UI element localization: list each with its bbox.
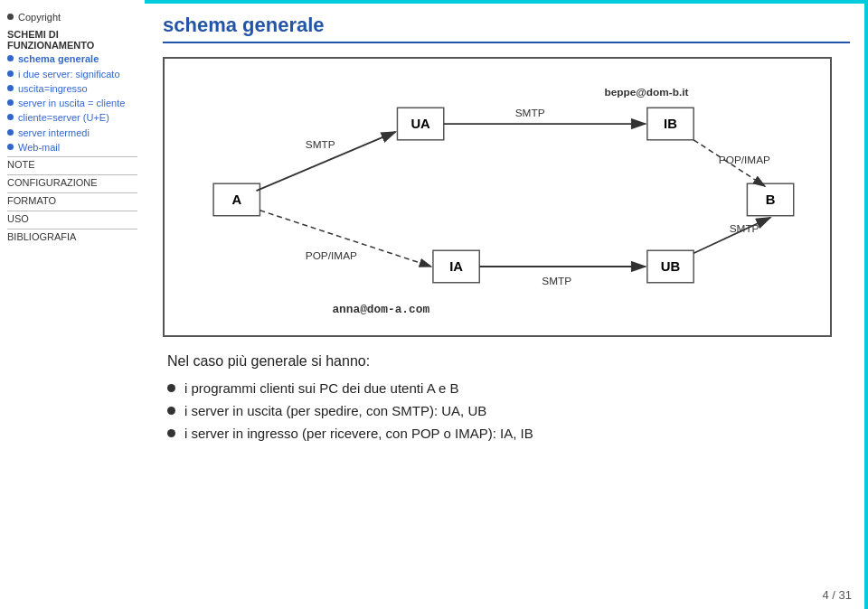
- nav-formato[interactable]: FORMATO: [7, 192, 137, 208]
- sidebar-label-server-intermedi: server intermedi: [18, 126, 90, 139]
- bullet-text-3: i server in ingresso (per ricevere, con …: [184, 426, 533, 441]
- nav-configurazione[interactable]: CONFIGURAZIONE: [7, 174, 137, 190]
- dot-icon: [7, 99, 14, 106]
- bullet-dot-2: [167, 407, 175, 415]
- dot-icon: [7, 55, 14, 61]
- sidebar-item-server-intermedi[interactable]: server intermedi: [7, 126, 137, 139]
- sidebar-item-cliente-server[interactable]: cliente=server (U+E): [7, 111, 137, 124]
- sidebar-label-cliente-server: cliente=server (U+E): [18, 111, 109, 124]
- sidebar: Copyright SCHEMI DIFUNZIONAMENTO schema …: [0, 0, 145, 609]
- svg-text:SMTP: SMTP: [730, 222, 760, 235]
- dot-icon: [7, 14, 14, 20]
- copyright-label: Copyright: [18, 11, 61, 23]
- svg-text:IA: IA: [449, 259, 463, 274]
- svg-text:A: A: [231, 192, 241, 207]
- svg-text:anna@dom-a.com: anna@dom-a.com: [332, 303, 429, 316]
- diagram-svg: UA IB A B IA UB: [165, 59, 830, 335]
- dot-icon: [7, 114, 14, 120]
- sidebar-label-schema-generale: schema generale: [18, 52, 99, 65]
- bullet-text-1: i programmi clienti sui PC dei due utent…: [184, 380, 459, 396]
- svg-text:IB: IB: [664, 117, 677, 131]
- dot-icon: [7, 144, 14, 150]
- svg-text:POP/IMAP: POP/IMAP: [719, 154, 770, 166]
- list-item-3: i server in ingresso (per ricevere, con …: [167, 426, 850, 441]
- sidebar-item-due-server[interactable]: i due server: significato: [7, 68, 137, 80]
- nav-note[interactable]: NOTE: [7, 156, 137, 172]
- sidebar-section-schemi: SCHEMI DIFUNZIONAMENTO: [7, 29, 137, 51]
- bullet-dot-3: [167, 429, 175, 437]
- sidebar-item-webmail[interactable]: Web-mail: [7, 141, 137, 154]
- sidebar-item-server-uscita[interactable]: server in uscita = cliente: [7, 97, 137, 109]
- svg-text:beppe@dom-b.it: beppe@dom-b.it: [604, 86, 688, 98]
- sidebar-label-webmail: Web-mail: [18, 141, 60, 154]
- dot-icon: [7, 129, 14, 136]
- dot-icon: [7, 85, 14, 91]
- svg-text:B: B: [766, 192, 776, 207]
- sidebar-item-uscita-ingresso[interactable]: uscita=ingresso: [7, 82, 137, 95]
- dot-icon: [7, 70, 14, 77]
- list-item-2: i server in uscita (per spedire, con SMT…: [167, 403, 850, 418]
- sidebar-item-copyright[interactable]: Copyright: [7, 11, 137, 23]
- sidebar-label-uscita-ingresso: uscita=ingresso: [18, 82, 88, 95]
- list-item-1: i programmi clienti sui PC dei due utent…: [167, 380, 850, 396]
- general-text: Nel caso più generale si hanno:: [167, 353, 850, 370]
- page-title: schema generale: [163, 14, 850, 43]
- sidebar-item-schema-generale[interactable]: schema generale: [7, 52, 137, 65]
- nav-uso[interactable]: USO: [7, 211, 137, 226]
- bullet-list: i programmi clienti sui PC dei due utent…: [167, 380, 850, 441]
- sidebar-label-due-server: i due server: significato: [18, 68, 120, 80]
- svg-text:SMTP: SMTP: [306, 138, 335, 151]
- bullet-text-2: i server in uscita (per spedire, con SMT…: [184, 403, 486, 418]
- svg-text:UB: UB: [661, 259, 681, 274]
- svg-text:UA: UA: [410, 117, 430, 131]
- nav-bibliografia[interactable]: BIBLIOGRAFIA: [7, 229, 137, 244]
- bullet-dot-1: [167, 384, 175, 392]
- main-content: schema generale UA IB A B IA UB: [145, 0, 868, 609]
- svg-text:POP/IMAP: POP/IMAP: [306, 249, 357, 262]
- page-number: 4 / 31: [822, 588, 852, 602]
- diagram-box: UA IB A B IA UB: [163, 57, 832, 337]
- svg-text:SMTP: SMTP: [542, 275, 571, 287]
- svg-text:SMTP: SMTP: [515, 107, 545, 119]
- sidebar-label-server-uscita: server in uscita = cliente: [18, 97, 125, 109]
